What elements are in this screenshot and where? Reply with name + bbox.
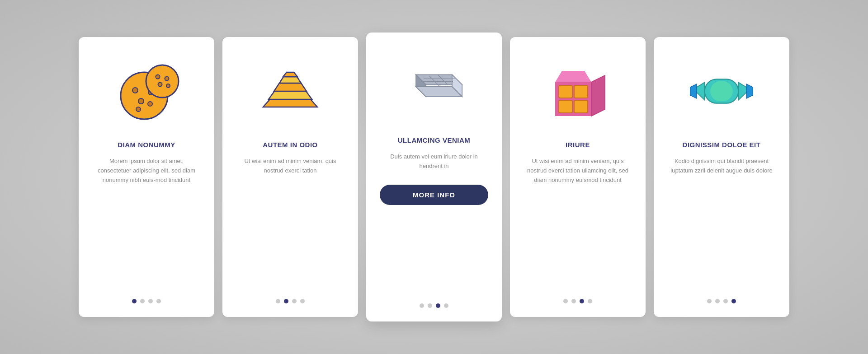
- card-3-dots: [420, 294, 448, 308]
- dot: [156, 299, 161, 303]
- svg-rect-29: [574, 100, 588, 113]
- svg-point-5: [136, 107, 141, 112]
- dot: [715, 299, 720, 303]
- dot: [723, 299, 728, 303]
- dot: [420, 303, 424, 308]
- card-5-dots: [707, 290, 736, 303]
- svg-point-8: [165, 77, 169, 81]
- svg-marker-12: [269, 91, 312, 99]
- card-3-title: ULLAMCING VENIAM: [398, 136, 471, 144]
- svg-rect-35: [710, 81, 733, 101]
- chocolate-bar-icon: [542, 55, 614, 127]
- card-autem-in-odio: AUTEM IN ODIO Ut wisi enim ad minim veni…: [222, 37, 358, 317]
- dot: [428, 303, 432, 308]
- svg-marker-13: [274, 83, 307, 91]
- card-diam-nonummy: DIAM NONUMMY Morem ipsum dolor sit amet,…: [79, 37, 214, 317]
- dot: [731, 299, 736, 303]
- dot: [292, 299, 297, 303]
- svg-point-10: [166, 84, 170, 88]
- card-4-title: IRIURE: [566, 141, 590, 149]
- card-2-title: AUTEM IN ODIO: [263, 141, 318, 149]
- candy-icon: [685, 55, 758, 127]
- dot: [444, 303, 448, 308]
- baklava-icon: [254, 55, 326, 127]
- svg-rect-27: [574, 85, 588, 98]
- card-1-dots: [132, 290, 161, 303]
- svg-marker-11: [263, 99, 317, 107]
- card-5-title: DIGNISSIM DOLOE EIT: [683, 141, 761, 149]
- dot: [436, 303, 440, 308]
- more-info-button[interactable]: MORE INFO: [380, 185, 488, 205]
- card-ullamcing-veniam: ULLAMCING VENIAM Duis autem vel eum iriu…: [366, 33, 502, 321]
- card-1-text: Morem ipsum dolor sit amet, consectetuer…: [92, 157, 201, 185]
- chocolate-flat-icon: [398, 51, 470, 123]
- card-dignissim-doloe-eit: DIGNISSIM DOLOE EIT Kodio dignissim qui …: [654, 37, 789, 317]
- card-5-text: Kodio dignissim qui blandit praesent lup…: [667, 157, 776, 176]
- svg-point-4: [148, 102, 152, 106]
- svg-point-7: [156, 75, 160, 79]
- dot: [276, 299, 280, 303]
- cards-container: DIAM NONUMMY Morem ipsum dolor sit amet,…: [52, 14, 816, 340]
- dot: [284, 299, 288, 303]
- svg-rect-26: [559, 85, 572, 98]
- card-2-text: Ut wisi enim ad minim veniam, quis nostr…: [236, 157, 344, 176]
- dot: [580, 299, 584, 303]
- cookies-icon: [110, 55, 183, 127]
- dot: [300, 299, 305, 303]
- svg-point-1: [132, 88, 138, 93]
- svg-point-9: [158, 83, 162, 87]
- card-4-text: Ut wisi enim ad minim veniam, quis nostr…: [524, 157, 632, 185]
- dot: [707, 299, 712, 303]
- card-iriure: IRIURE Ut wisi enim ad minim veniam, qui…: [510, 37, 646, 317]
- svg-marker-31: [591, 75, 605, 116]
- svg-marker-37: [746, 84, 753, 98]
- svg-rect-28: [559, 100, 572, 113]
- svg-marker-25: [555, 71, 591, 82]
- card-2-dots: [276, 290, 305, 303]
- dot: [588, 299, 592, 303]
- card-3-text: Duis autem vel eum iriure dolor in hendr…: [380, 152, 488, 171]
- dot: [571, 299, 576, 303]
- card-1-title: DIAM NONUMMY: [118, 141, 175, 149]
- svg-point-3: [138, 98, 144, 104]
- dot: [148, 299, 153, 303]
- svg-point-6: [146, 65, 179, 98]
- svg-marker-33: [690, 84, 697, 98]
- dot: [140, 299, 145, 303]
- dot: [132, 299, 137, 303]
- svg-marker-14: [279, 77, 301, 83]
- card-4-dots: [563, 290, 592, 303]
- svg-marker-15: [283, 72, 297, 77]
- dot: [563, 299, 568, 303]
